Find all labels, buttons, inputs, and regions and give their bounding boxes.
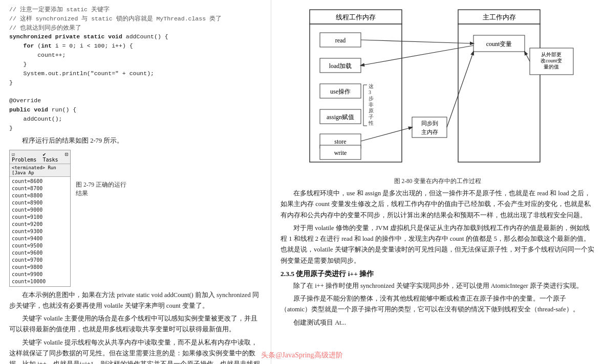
- para3-left: 关键字 volatile 主要使用的场合是在多个线程中可以感知实例变量被更改了，…: [9, 313, 262, 335]
- svg-text:非: 非: [369, 102, 374, 107]
- left-panel: // 注意一定要添加 static 关键字 // 这样 synchronized…: [0, 0, 271, 364]
- svg-text:这: 这: [369, 83, 374, 89]
- code-for-close: }: [9, 60, 262, 69]
- para2-left: 在本示例的意图中，如果在方法 private static void addCo…: [9, 290, 262, 312]
- svg-text:线程工作内存: 线程工作内存: [336, 13, 376, 21]
- console-tasks: ✔ Tasks: [42, 151, 63, 163]
- memory-diagram-svg: 线程工作内存 主工作内存 read load加载 use操作 a: [294, 7, 581, 176]
- svg-text:主工作内存: 主工作内存: [483, 13, 516, 21]
- code-comments: // 注意一定要添加 static 关键字 // 这样 synchronized…: [9, 5, 262, 132]
- figure-container: ☑ Problems ✔ Tasks ⊡ <terminated> Run [J…: [9, 150, 262, 287]
- svg-text:count变量: count变量: [486, 40, 512, 48]
- svg-text:量的值: 量的值: [544, 64, 559, 70]
- para4-left: 关键字 volatile 提示线程每次从共享内存中读取变量，而不是从私有内存中读…: [9, 337, 262, 364]
- svg-text:3: 3: [369, 89, 371, 95]
- fig-caption-279: 图 2-79 正确的运行结果: [76, 180, 126, 198]
- code-override: @Override: [9, 96, 262, 105]
- comment-2: // 这样 synchronized 与 static 锁的内容就是 MyThr…: [9, 14, 262, 24]
- svg-text:load加载: load加载: [329, 62, 352, 70]
- code-for: for (int i = 0; i < 100; i++) {: [9, 41, 262, 51]
- para5-right: 创建测试项目 At...: [281, 317, 595, 328]
- para3-right: 除了在 i++ 操作时使用 synchronized 关键字实现同步外，还可以使…: [281, 281, 595, 291]
- para1-left: 程序运行后的结果如图 2-79 所示。: [9, 135, 262, 146]
- code-synchronized: synchronized private static void addCoun…: [9, 32, 262, 41]
- svg-text:原: 原: [369, 108, 374, 113]
- fig-caption-280: 图 2-80 变量在内存中的工作过程: [394, 177, 482, 185]
- svg-text:主内存: 主内存: [421, 129, 438, 135]
- svg-text:write: write: [334, 149, 347, 156]
- console-problems: ☑ Problems: [12, 151, 40, 163]
- svg-text:步: 步: [369, 96, 374, 101]
- comment-1: // 注意一定要添加 static 关键字: [9, 5, 262, 14]
- comment-3: // 也就达到同步的效果了: [9, 24, 262, 33]
- diagram-area: 线程工作内存 主工作内存 read load加载 use操作 a: [281, 7, 595, 185]
- code-count: count++;: [9, 51, 262, 60]
- svg-text:store: store: [334, 138, 346, 145]
- console-header: ☑ Problems ✔ Tasks ⊡: [10, 150, 70, 164]
- section-title: 2.3.5 使用原子类进行 i++ 操作: [281, 269, 595, 279]
- svg-text:read: read: [335, 37, 346, 44]
- svg-text:性: 性: [368, 120, 374, 126]
- svg-text:子: 子: [369, 114, 374, 120]
- svg-text:assign赋值: assign赋值: [327, 113, 354, 121]
- console-subheader: <terminated> Run [Java Ap: [10, 164, 70, 177]
- diagram-svg: 线程工作内存 主工作内存 read load加载 use操作 a: [281, 7, 595, 176]
- code-run: public void run() {: [9, 105, 262, 115]
- svg-text:use操作: use操作: [330, 88, 351, 95]
- para2-right: 对于用 volatile 修饰的变量，JVM 虚拟机只是保证从主内存加载到线程工…: [281, 223, 595, 266]
- svg-text:从外部更: 从外部更: [541, 52, 562, 57]
- code-method-close: }: [9, 78, 262, 87]
- console-body: count=8600 count=8700 count=8800 count=8…: [10, 177, 70, 286]
- code-blank: [9, 87, 262, 96]
- svg-text:同步到: 同步到: [421, 120, 438, 126]
- para1-right: 在多线程环境中，use 和 assign 是多次出现的，但这一操作并不是原子性，…: [281, 188, 595, 221]
- console-icon: ⊡: [65, 151, 68, 163]
- code-println: System.out.println("count=" + count);: [9, 69, 262, 78]
- svg-text:改count变: 改count变: [541, 58, 562, 63]
- console-box: ☑ Problems ✔ Tasks ⊡ <terminated> Run [J…: [9, 150, 71, 287]
- code-addcount-call: addCount();: [9, 115, 262, 124]
- para4-right: 原子操作是不能分割的整体，没有其他线程能够中断或检查正在原子操作中的变量。一个原…: [281, 293, 595, 315]
- right-panel: 线程工作内存 主工作内存 read load加载 use操作 a: [271, 0, 604, 364]
- code-run-close: }: [9, 124, 262, 133]
